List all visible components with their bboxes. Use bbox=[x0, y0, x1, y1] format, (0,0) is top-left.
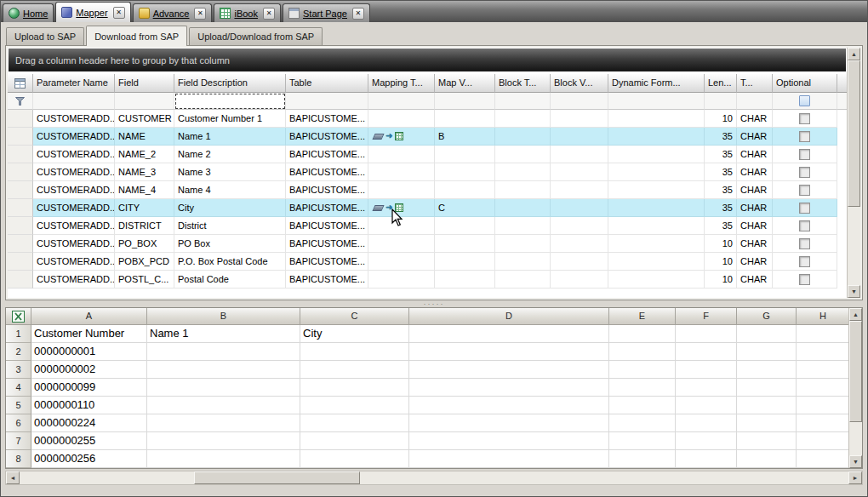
cell-field-description[interactable]: District bbox=[174, 217, 286, 235]
cell-parameter-name[interactable]: CUSTOMERADD... bbox=[33, 253, 115, 271]
optional-checkbox[interactable] bbox=[799, 149, 810, 160]
sheet-column-header-b[interactable]: B bbox=[147, 308, 300, 325]
cell-len[interactable]: 10 bbox=[705, 110, 737, 128]
scroll-left-button[interactable]: ◄ bbox=[6, 471, 20, 484]
doc-tab-home[interactable]: Home bbox=[3, 3, 54, 22]
sheet-cell-g1[interactable] bbox=[737, 325, 797, 343]
cell-optional[interactable] bbox=[773, 146, 837, 163]
cell-map-v[interactable] bbox=[435, 110, 495, 128]
cell-dynamic-form[interactable] bbox=[608, 235, 705, 253]
cell-len[interactable]: 35 bbox=[705, 163, 737, 181]
cell-optional[interactable] bbox=[773, 110, 837, 128]
cell-block-t[interactable] bbox=[495, 217, 551, 235]
sheet-cell-e2[interactable] bbox=[609, 343, 676, 361]
sheet-cell-a7[interactable]: 0000000255 bbox=[31, 432, 147, 450]
cell-map-v[interactable] bbox=[435, 271, 495, 288]
cell-t[interactable]: CHAR bbox=[737, 146, 773, 163]
sheet-cell-b5[interactable] bbox=[147, 397, 300, 414]
filter-cell-dynamic-form[interactable] bbox=[608, 93, 705, 110]
cell-mapping-t[interactable]: ➜ bbox=[368, 128, 435, 146]
cell-len[interactable]: 35 bbox=[705, 146, 737, 163]
cell-block-v[interactable] bbox=[551, 271, 608, 288]
cell-len[interactable]: 10 bbox=[705, 235, 737, 253]
sheet-column-header-e[interactable]: E bbox=[609, 308, 676, 325]
optional-checkbox[interactable] bbox=[799, 220, 810, 231]
filter-cell-map-v[interactable] bbox=[435, 93, 495, 110]
filter-cell-t[interactable] bbox=[737, 93, 773, 110]
cell-t[interactable]: CHAR bbox=[737, 253, 773, 271]
sheet-cell-c5[interactable] bbox=[300, 397, 409, 414]
tab-download-from-sap[interactable]: Download from SAP bbox=[86, 26, 187, 46]
sheet-cell-f6[interactable] bbox=[676, 414, 737, 432]
filter-cell-parameter-name[interactable] bbox=[33, 93, 115, 110]
grid-scroll-thumb[interactable] bbox=[848, 60, 860, 207]
cell-block-t[interactable] bbox=[495, 253, 551, 271]
cell-t[interactable]: CHAR bbox=[737, 235, 773, 253]
cell-len[interactable]: 10 bbox=[705, 271, 737, 288]
filter-cell-len[interactable] bbox=[705, 93, 737, 110]
scroll-right-button[interactable]: ► bbox=[848, 471, 862, 484]
column-header-table[interactable]: Table bbox=[286, 74, 368, 93]
sheet-cell-c1[interactable]: City bbox=[300, 325, 409, 343]
sheet-column-header-h[interactable]: H bbox=[797, 308, 848, 325]
sheet-cell-g6[interactable] bbox=[737, 414, 797, 432]
sheet-cell-b1[interactable]: Name 1 bbox=[147, 325, 300, 343]
cell-table[interactable]: BAPICUSTOME... bbox=[286, 181, 368, 199]
cell-block-t[interactable] bbox=[495, 181, 551, 199]
grid-scroll-down-button[interactable]: ▼ bbox=[848, 285, 860, 298]
mapping-type-icon[interactable] bbox=[372, 205, 384, 211]
sheet-cell-d3[interactable] bbox=[409, 361, 609, 379]
row-indicator[interactable] bbox=[8, 271, 33, 288]
cell-dynamic-form[interactable] bbox=[608, 199, 705, 217]
cell-parameter-name[interactable]: CUSTOMERADD... bbox=[33, 128, 115, 146]
doc-tab-start-page[interactable]: Start Page✕ bbox=[283, 3, 370, 22]
group-by-bar[interactable]: Drag a column header here to group by th… bbox=[9, 49, 846, 71]
cell-parameter-name[interactable]: CUSTOMERADD... bbox=[33, 235, 115, 253]
cell-table[interactable]: BAPICUSTOME... bbox=[286, 110, 368, 128]
cell-optional[interactable] bbox=[773, 163, 837, 181]
mapping-arrow-icon[interactable]: ➜ bbox=[385, 132, 392, 140]
grid-scroll-up-button[interactable]: ▲ bbox=[848, 48, 860, 60]
cell-parameter-name[interactable]: CUSTOMERADD... bbox=[33, 199, 115, 217]
sheet-cell-h6[interactable] bbox=[797, 414, 848, 432]
cell-block-t[interactable] bbox=[495, 199, 551, 217]
cell-optional[interactable] bbox=[773, 128, 837, 146]
cell-mapping-t[interactable] bbox=[368, 146, 435, 163]
cell-table[interactable]: BAPICUSTOME... bbox=[286, 217, 368, 235]
sheet-cell-h4[interactable] bbox=[797, 379, 848, 397]
cell-field[interactable]: NAME_3 bbox=[115, 163, 174, 181]
sheet-cell-h3[interactable] bbox=[797, 361, 848, 379]
sheet-cell-b4[interactable] bbox=[147, 379, 300, 397]
cell-dynamic-form[interactable] bbox=[608, 110, 705, 128]
sheet-row-header-8[interactable]: 8 bbox=[6, 450, 31, 468]
row-indicator[interactable] bbox=[8, 146, 33, 163]
grid-scroll-track[interactable] bbox=[848, 60, 860, 285]
column-header-optional[interactable]: Optional bbox=[773, 74, 837, 93]
sheet-cell-g8[interactable] bbox=[737, 450, 797, 468]
sheet-cell-e6[interactable] bbox=[609, 414, 676, 432]
sheet-column-header-d[interactable]: D bbox=[409, 308, 609, 325]
sheet-cell-g5[interactable] bbox=[737, 397, 797, 414]
sheet-horizontal-scrollbar[interactable]: ◄ ► bbox=[5, 471, 863, 485]
cell-field[interactable]: NAME bbox=[115, 128, 174, 146]
grid-row-name-2[interactable]: CUSTOMERADD...NAME_2Name 2BAPICUSTOME...… bbox=[8, 146, 847, 163]
cell-field[interactable]: DISTRICT bbox=[115, 217, 174, 235]
cell-field-description[interactable]: Postal Code bbox=[174, 271, 286, 288]
sheet-cell-a4[interactable]: 0000000099 bbox=[31, 379, 147, 397]
tab-upload-download-from-sap[interactable]: Upload/Download from SAP bbox=[189, 27, 323, 45]
cell-mapping-t[interactable] bbox=[368, 271, 435, 288]
cell-field[interactable]: POSTL_C... bbox=[115, 271, 174, 288]
excel-corner-icon[interactable] bbox=[6, 308, 31, 325]
cell-table[interactable]: BAPICUSTOME... bbox=[286, 199, 368, 217]
cell-field[interactable]: CITY bbox=[115, 199, 174, 217]
horizontal-scroll-thumb[interactable] bbox=[194, 471, 360, 484]
sheet-cell-b2[interactable] bbox=[147, 343, 300, 361]
cell-len[interactable]: 10 bbox=[705, 253, 737, 271]
cell-block-v[interactable] bbox=[551, 128, 608, 146]
sheet-cell-a8[interactable]: 0000000256 bbox=[31, 450, 147, 468]
optional-checkbox[interactable] bbox=[799, 238, 810, 249]
sheet-cell-e1[interactable] bbox=[609, 325, 676, 343]
sheet-cell-d7[interactable] bbox=[409, 432, 609, 450]
column-header-block-v[interactable]: Block V... bbox=[551, 74, 608, 93]
grid-row-name-4[interactable]: CUSTOMERADD...NAME_4Name 4BAPICUSTOME...… bbox=[8, 181, 847, 199]
